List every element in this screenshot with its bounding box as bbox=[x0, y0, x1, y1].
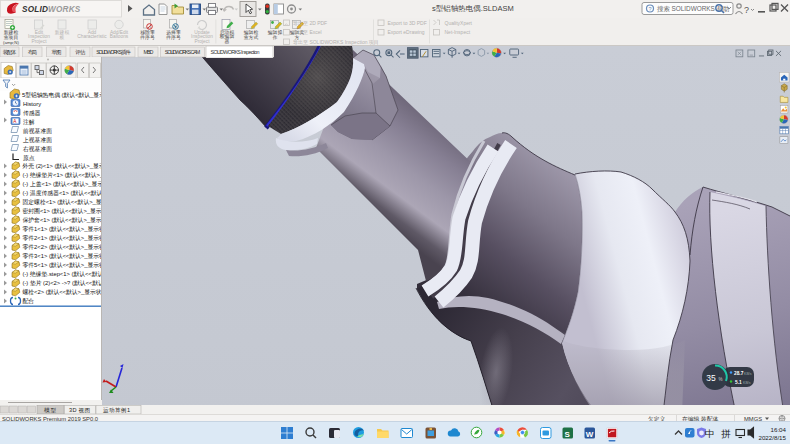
svg-text:(-) 上盖<1> (默认<<默认>_显示状: (-) 上盖<1> (默认<<默认>_显示状 bbox=[23, 180, 102, 188]
svg-text:零件1<1> (默认<<默认>_显示状态 =: 零件1<1> (默认<<默认>_显示状态 = bbox=[23, 225, 102, 233]
svg-text:作: 作 bbox=[273, 35, 278, 40]
svg-text:Project: Project bbox=[32, 39, 48, 44]
svg-text:固定螺栓<1> (默认<<默认>_显示状: 固定螺栓<1> (默认<<默认>_显示状 bbox=[23, 198, 102, 206]
svg-text:零件2<1> (默认<<默认>_显示状态: 零件2<1> (默认<<默认>_显示状态 bbox=[23, 234, 102, 242]
svg-text:SOLIDWORKS: SOLIDWORKS bbox=[22, 5, 81, 14]
svg-text:螺栓<2> (默认<<默认>_显示状态: 螺栓<2> (默认<<默认>_显示状态 bbox=[23, 288, 102, 296]
svg-text:KB/s: KB/s bbox=[743, 381, 751, 385]
svg-text:5.1: 5.1 bbox=[735, 380, 742, 385]
svg-text:(-) 垫片 (2)<2> ->? (默认<<默认: (-) 垫片 (2)<2> ->? (默认<<默认 bbox=[23, 280, 102, 287]
svg-text:SOLIDWORKS Inspection: SOLIDWORKS Inspection bbox=[211, 49, 260, 55]
svg-text:(-) 绝缘垫片<1> (默认<<默认>_显: (-) 绝缘垫片<1> (默认<<默认>_显 bbox=[23, 172, 102, 179]
svg-text:SOLIDWORKS CAM: SOLIDWORKS CAM bbox=[165, 49, 201, 55]
svg-text:S: S bbox=[565, 430, 571, 439]
svg-text:Characteristic: Characteristic bbox=[77, 34, 107, 39]
svg-text:零件5<1> (默认<<默认>_显示状态: 零件5<1> (默认<<默认>_显示状态 bbox=[23, 261, 102, 269]
svg-text:评估: 评估 bbox=[75, 49, 86, 56]
svg-text:密封圈<1> (默认<<默认>_显示状态: 密封圈<1> (默认<<默认>_显示状态 bbox=[23, 207, 102, 215]
svg-text:QualityXpert: QualityXpert bbox=[445, 20, 473, 26]
svg-text:布局: 布局 bbox=[28, 49, 37, 56]
svg-text:保护套<1> (默认<<默认>_显示状态: 保护套<1> (默认<<默认>_显示状态 bbox=[23, 216, 102, 224]
svg-text:导出至 2D PDF: 导出至 2D PDF bbox=[293, 20, 327, 26]
svg-text:KB/s: KB/s bbox=[744, 372, 752, 376]
svg-text:零件3<1> (默认<<默认>_显示状态: 零件3<1> (默认<<默认>_显示状态 bbox=[23, 252, 102, 260]
svg-text:?: ? bbox=[649, 6, 652, 12]
svg-text:MBD: MBD bbox=[143, 49, 153, 55]
svg-text:外壳 (2)<1> (默认<<默认>_显示状: 外壳 (2)<1> (默认<<默认>_显示状 bbox=[22, 162, 102, 170]
svg-text:Balloons: Balloons bbox=[110, 34, 129, 39]
svg-text:28.7: 28.7 bbox=[734, 371, 744, 376]
svg-text:16:04: 16:04 bbox=[771, 426, 787, 433]
svg-text:SOLIDWORKS 插件: SOLIDWORKS 插件 bbox=[96, 49, 131, 56]
svg-text:(-) 温度传感器<1> (默认<<默认>_: (-) 温度传感器<1> (默认<<默认>_ bbox=[23, 189, 102, 197]
svg-text:装配体: 装配体 bbox=[3, 49, 17, 56]
svg-text:Net-Inspect: Net-Inspect bbox=[445, 29, 471, 35]
svg-text:模型: 模型 bbox=[44, 407, 56, 413]
svg-text:Project: Project bbox=[195, 39, 211, 44]
svg-text:2022/8/15: 2022/8/15 bbox=[758, 434, 786, 441]
svg-text:板: 板 bbox=[60, 35, 65, 40]
svg-text:35: 35 bbox=[706, 373, 716, 383]
svg-text:零件2<2> (默认<<默认>_显示状态: 零件2<2> (默认<<默认>_显示状态 bbox=[23, 243, 102, 251]
svg-text:查方式: 查方式 bbox=[244, 34, 259, 41]
svg-text:草图: 草图 bbox=[52, 49, 62, 56]
svg-text:器: 器 bbox=[225, 39, 230, 45]
svg-text:Export to 3D PDF: Export to 3D PDF bbox=[388, 20, 427, 26]
svg-text:导出至 Excel: 导出至 Excel bbox=[293, 29, 322, 35]
svg-text:件序号: 件序号 bbox=[165, 34, 181, 40]
svg-text:中: 中 bbox=[705, 428, 715, 439]
svg-text:s型铝轴热电偶.SLDASM: s型铝轴热电偶.SLDASM bbox=[432, 4, 514, 13]
svg-text:3D 视图: 3D 视图 bbox=[69, 407, 90, 414]
svg-text:(-) 绝缘垫.step<1> (默认<<默认>: (-) 绝缘垫.step<1> (默认<<默认> bbox=[23, 271, 102, 278]
svg-text:件序号: 件序号 bbox=[139, 34, 155, 40]
svg-text:运动算例1: 运动算例1 bbox=[103, 407, 130, 414]
svg-text:导出至 SOLIDWORKS Inspection 项目: 导出至 SOLIDWORKS Inspection 项目 bbox=[293, 39, 379, 46]
svg-text:配合: 配合 bbox=[23, 297, 35, 304]
svg-text:Export eDrawing: Export eDrawing bbox=[388, 29, 425, 35]
svg-text:W: W bbox=[586, 430, 594, 439]
svg-text:?: ? bbox=[744, 5, 749, 15]
svg-text:拼: 拼 bbox=[721, 428, 731, 439]
svg-text:%: % bbox=[719, 377, 723, 382]
svg-text:(amp;N): (amp;N) bbox=[3, 40, 19, 45]
